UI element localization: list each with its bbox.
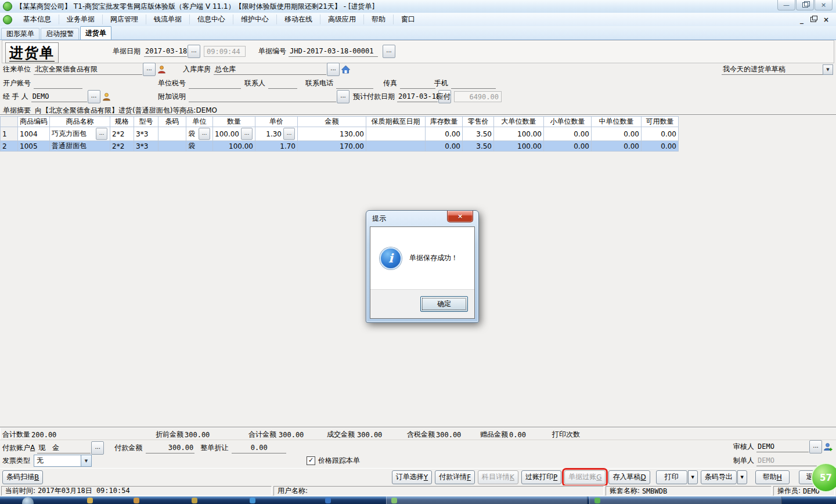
menu-item-shop-mgmt[interactable]: 网店管理 (103, 15, 146, 24)
taskbar-app-button[interactable] (386, 496, 588, 504)
dialog-close-button[interactable]: × (447, 211, 473, 222)
doc-type-stamp: 进货单 (5, 42, 59, 63)
bank-account-label: 开户账号 (3, 78, 31, 88)
note-label: 附加说明 (158, 92, 186, 102)
start-orb-icon[interactable] (22, 497, 34, 504)
pay-date-input[interactable]: 2017-03-18 (397, 92, 438, 102)
taskbar-icon[interactable] (87, 498, 93, 503)
totals-bar: 合计数量200.00 折前金额300.00 合计金额300.00 成交金额300… (0, 427, 836, 440)
notification-badge[interactable]: 57 (811, 463, 836, 492)
auditor-input[interactable]: DEMO (756, 442, 809, 452)
discount-input[interactable]: 0.00 (232, 443, 286, 453)
handler-person-icon[interactable] (102, 92, 111, 102)
help-button[interactable]: 帮助H (755, 470, 790, 484)
doc-date-picker-button[interactable]: ... (188, 45, 200, 58)
table-row[interactable]: 1 1004 巧克力面包... 2*2 3*3 袋... 100.00... 1… (1, 127, 679, 141)
menu-item-basic-info[interactable]: 基本信息 (16, 15, 59, 24)
deal-amount-value: 300.00 (357, 431, 382, 439)
dialog-title: 提示 (372, 214, 386, 224)
draft-dropdown[interactable]: 我今天的进货单草稿 ▼ (722, 64, 833, 75)
menu-item-mobile[interactable]: 移动在线 (277, 15, 320, 24)
barcode-export-button[interactable]: 条码导出 (701, 470, 737, 484)
doc-no-field[interactable]: JHD-2017-03-18-00001 (289, 46, 378, 57)
windows-taskbar[interactable] (0, 496, 836, 504)
tab-graphic-menu[interactable]: 图形菜单 (1, 28, 39, 39)
invoice-type-select[interactable]: 无 ▼ (34, 455, 92, 467)
menu-item-info-center[interactable]: 信息中心 (190, 15, 233, 24)
payable-label: 应付 (437, 92, 451, 102)
table-row-selected[interactable]: 2 1005 普通甜面包 2*2 3*3 袋 100.00 1.70 170.0… (1, 141, 679, 152)
mdi-close-button[interactable]: × (823, 16, 829, 24)
auditor-picker-button[interactable]: ... (809, 440, 822, 453)
vendor-person-icon[interactable] (157, 65, 167, 74)
row-header-icon (1, 117, 18, 127)
app-window: 【某某商贸公司】 T1-商贸宝批发零售网店版体验版（客户端 V 11.1）【限时… (0, 0, 836, 504)
doc-no-picker-button[interactable]: ... (383, 45, 395, 58)
order-select-button[interactable]: 订单选择Y (392, 470, 432, 484)
print-dropdown-arrow-icon[interactable]: ▼ (688, 470, 698, 484)
handler-input[interactable]: DEMO (31, 92, 87, 102)
menu-item-advanced[interactable]: 高级应用 (320, 15, 364, 24)
doc-date-field[interactable]: 2017-03-18 (144, 46, 187, 57)
pay-account-input[interactable]: 现 金 (37, 443, 91, 453)
vendor-row: 往来单位 北京全聚德食品有限 ... 入库库房 总仓库 ... (3, 64, 351, 75)
ok-button[interactable]: 确定 (420, 296, 468, 312)
warehouse-picker-button[interactable]: ... (327, 63, 340, 76)
note-picker-button[interactable]: ... (337, 90, 349, 103)
invoice-dropdown-arrow-icon[interactable]: ▼ (81, 455, 91, 466)
mdi-minimize-button[interactable]: _ (800, 16, 803, 24)
auditor-label: 审核人 (733, 442, 754, 452)
save-draft-button[interactable]: 存入草稿D (608, 470, 650, 484)
tax-no-input[interactable] (189, 78, 241, 89)
dialog-footer: 确定 (370, 289, 474, 318)
price-picker-button[interactable]: ... (283, 128, 295, 140)
taskbar-icon[interactable] (250, 498, 255, 503)
tab-purchase-order[interactable]: 进货单 (80, 26, 111, 39)
vendor-picker-button[interactable]: ... (143, 63, 156, 76)
post-print-button[interactable]: 过账打印P (521, 470, 561, 484)
contact-label: 联系人 (244, 78, 265, 88)
qty-picker-button[interactable]: ... (241, 128, 253, 140)
payment-detail-button[interactable]: 付款详情F (435, 470, 475, 484)
col-header: 型号 (134, 117, 158, 127)
warehouse-input[interactable]: 总仓库 (214, 64, 326, 75)
tel-input[interactable] (336, 78, 373, 89)
bank-account-input[interactable] (34, 78, 82, 89)
contact-input[interactable] (268, 78, 297, 89)
current-time: 2017年03月18日 09:10:54 (38, 486, 130, 496)
item-picker-button[interactable]: ... (96, 128, 107, 140)
deal-amount-label: 成交金额 (327, 430, 355, 440)
tab-startup-alarm[interactable]: 启动报警 (41, 28, 79, 39)
taskbar-icon[interactable] (325, 498, 331, 503)
menu-item-cashflow-docs[interactable]: 钱流单据 (146, 15, 190, 24)
barcode-export-dropdown-arrow-icon[interactable]: ▼ (737, 470, 747, 484)
taskbar-app-button[interactable] (589, 496, 782, 504)
pay-amount-input[interactable]: 300.00 (146, 443, 194, 453)
vendor-input[interactable]: 北京全聚德食品有限 (34, 64, 142, 75)
sum-amount-value: 300.00 (279, 431, 304, 439)
price-track-option[interactable]: 价格跟踪本单 (307, 455, 360, 466)
handler-picker-button[interactable]: ... (88, 90, 100, 103)
mobile-input[interactable] (451, 78, 496, 89)
note-input[interactable] (189, 92, 336, 102)
mdi-restore-button[interactable] (810, 17, 816, 22)
restore-button[interactable] (796, 0, 814, 10)
pay-account-picker-button[interactable]: ... (91, 441, 104, 455)
menu-item-maintenance[interactable]: 维护中心 (233, 15, 277, 24)
auditor-person-add-icon[interactable] (823, 442, 833, 452)
warehouse-home-icon[interactable] (341, 65, 351, 74)
price-track-checkbox[interactable] (307, 456, 315, 465)
menu-item-business-docs[interactable]: 业务单据 (59, 15, 103, 24)
menu-item-window[interactable]: 窗口 (394, 15, 423, 24)
taskbar-icon[interactable] (134, 498, 139, 503)
close-button[interactable]: × (815, 0, 833, 10)
minimize-button[interactable]: — (777, 0, 795, 10)
print-button[interactable]: 打印 (656, 470, 687, 484)
unit-picker-button[interactable]: ... (199, 128, 210, 140)
barcode-scan-button[interactable]: 条码扫描B (2, 470, 43, 484)
menu-item-help[interactable]: 帮助 (364, 15, 394, 24)
discount-label: 整单折让 (200, 443, 228, 453)
fax-input[interactable] (400, 78, 435, 89)
taskbar-icon[interactable] (192, 498, 197, 503)
draft-dropdown-arrow-icon[interactable]: ▼ (823, 64, 833, 75)
